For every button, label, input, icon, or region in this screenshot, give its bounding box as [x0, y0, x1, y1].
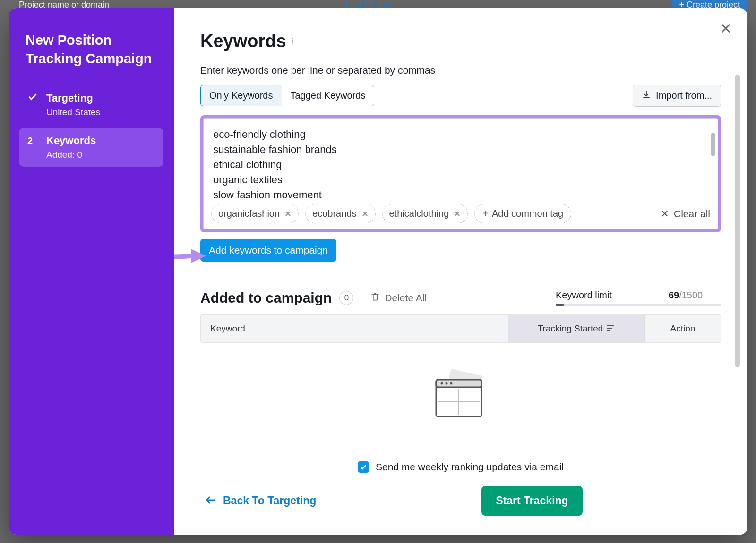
add-tag-label: Add common tag: [492, 208, 563, 219]
keywords-text: eco-friendly clothing sustainable fashio…: [213, 127, 708, 198]
limit-label: Keyword limit: [556, 290, 612, 301]
tag-pill[interactable]: ecobrands ✕: [305, 204, 375, 223]
import-from-button[interactable]: Import from...: [633, 85, 721, 107]
added-to-campaign-section: Added to campaign 0 Delete All Keyword l…: [200, 290, 721, 423]
step-label: Targeting: [46, 92, 93, 104]
add-keywords-button[interactable]: Add keywords to campaign: [200, 239, 336, 262]
wizard-title: New Position Tracking Campaign: [19, 31, 163, 68]
page-title-text: Keywords: [200, 31, 286, 51]
limit-total: /1500: [679, 290, 703, 300]
clear-all-label: Clear all: [674, 208, 710, 220]
info-icon[interactable]: i: [291, 35, 294, 48]
back-to-targeting-link[interactable]: Back To Targeting: [205, 494, 316, 507]
download-icon: [642, 90, 651, 102]
svg-point-12: [441, 382, 443, 385]
remove-tag-icon[interactable]: ✕: [454, 209, 461, 219]
added-title: Added to campaign: [200, 290, 332, 306]
check-icon: [27, 92, 39, 104]
tag-pill[interactable]: ethicalclothing ✕: [382, 204, 468, 223]
keyword-input-area: eco-friendly clothing sustainable fashio…: [200, 115, 721, 232]
step-sublabel: Added: 0: [46, 150, 155, 160]
weekly-updates-label: Send me weekly ranking updates via email: [376, 461, 564, 473]
tag-pill[interactable]: organicfashion ✕: [211, 204, 299, 223]
keywords-textarea[interactable]: eco-friendly clothing sustainable fashio…: [203, 118, 718, 198]
tag-row: organicfashion ✕ ecobrands ✕ ethicalclot…: [203, 198, 718, 229]
keyword-table-header: Keyword Tracking Started Action: [200, 314, 721, 343]
instruction-text: Enter keywords one per line or separated…: [200, 65, 721, 76]
back-label: Back To Targeting: [223, 494, 316, 507]
arrow-left-icon: [205, 494, 216, 507]
svg-point-14: [450, 382, 453, 385]
textarea-scrollbar[interactable]: [711, 133, 715, 156]
close-button[interactable]: [719, 22, 732, 37]
empty-state-illustration: [428, 366, 494, 423]
import-label: Import from...: [656, 90, 712, 101]
page-title: Keywords i: [200, 31, 721, 51]
clear-all-button[interactable]: ✕ Clear all: [661, 208, 710, 220]
modal-footer: Send me weekly ranking updates via email…: [174, 447, 747, 535]
svg-rect-4: [373, 295, 377, 300]
weekly-updates-checkbox[interactable]: [358, 461, 369, 473]
column-label: Tracking Started: [538, 323, 603, 334]
step-keywords[interactable]: 2 Keywords Added: 0: [19, 128, 163, 167]
column-action: Action: [645, 315, 721, 342]
background-header: Project name or domain Last 90 days + Cr…: [0, 0, 756, 9]
modal: New Position Tracking Campaign Targeting…: [9, 8, 747, 535]
wizard-sidebar: New Position Tracking Campaign Targeting…: [9, 8, 174, 535]
trash-icon: [370, 292, 380, 305]
plus-icon: +: [482, 208, 488, 219]
limit-progress-bar: [556, 304, 721, 306]
main-panel: Keywords i Enter keywords one per line o…: [174, 8, 747, 535]
sort-icon: [607, 323, 615, 334]
keyword-mode-toggle: Only Keywords Tagged Keywords: [200, 85, 374, 106]
svg-point-13: [446, 382, 448, 385]
step-sublabel: United States: [46, 107, 155, 118]
step-number: 2: [27, 136, 39, 146]
step-label: Keywords: [46, 135, 96, 147]
close-icon: ✕: [661, 208, 669, 220]
step-targeting[interactable]: Targeting United States: [19, 85, 163, 124]
only-keywords-toggle[interactable]: Only Keywords: [200, 85, 282, 106]
scrollbar[interactable]: [735, 75, 740, 367]
start-tracking-button[interactable]: Start Tracking: [481, 486, 582, 516]
column-keyword[interactable]: Keyword: [201, 315, 508, 342]
keyword-limit: Keyword limit 69/1500: [556, 290, 721, 306]
tagged-keywords-toggle[interactable]: Tagged Keywords: [282, 85, 375, 106]
delete-all-label: Delete All: [385, 292, 427, 304]
column-tracking-started[interactable]: Tracking Started: [508, 315, 645, 342]
remove-tag-icon[interactable]: ✕: [361, 209, 369, 219]
tag-label: ethicalclothing: [389, 208, 449, 219]
limit-used: 69: [669, 290, 679, 300]
added-count-badge: 0: [339, 291, 353, 305]
tag-label: ecobrands: [312, 208, 356, 219]
remove-tag-icon[interactable]: ✕: [284, 209, 292, 219]
add-common-tag-button[interactable]: + Add common tag: [474, 204, 571, 223]
tag-label: organicfashion: [218, 208, 280, 219]
delete-all-button[interactable]: Delete All: [370, 292, 427, 305]
